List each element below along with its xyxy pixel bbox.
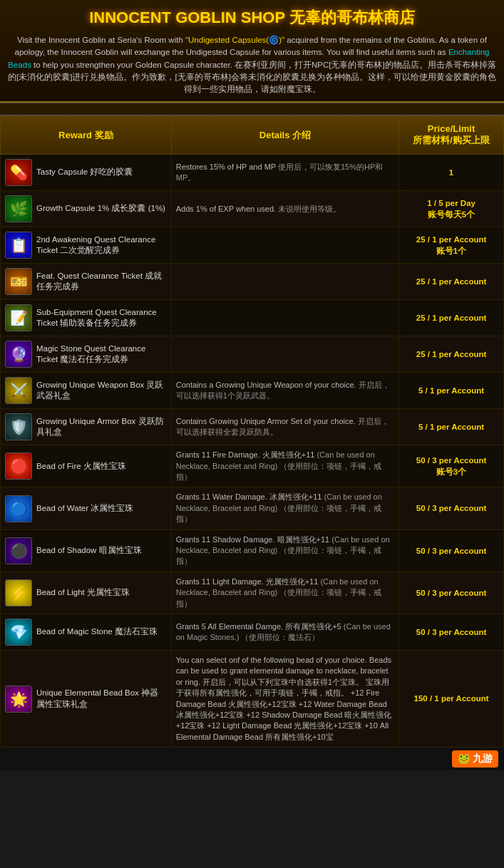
reward-item-5: 🔮Magic Stone Quest Clearance Ticket 魔法石任…	[5, 341, 167, 368]
col-reward: Reward 奖励	[1, 116, 172, 155]
reward-item-2: 📋2nd Awakening Quest Clearance Ticket 二次…	[5, 232, 167, 259]
details-cell-13: You can select onf of the following bead…	[171, 650, 398, 747]
reward-item-0: 💊Tasty Capsule 好吃的胶囊	[5, 159, 167, 186]
item-icon-magic-stone: 💎	[5, 619, 32, 646]
reward-cell-4: 📝Sub-Equipment Quest Clearance Ticket 辅助…	[1, 300, 172, 336]
reward-cell-3: 🎫Feat. Quest Clearance Ticket 成就任务完成券	[1, 264, 172, 300]
reward-cell-9: 🔵Bead of Water 冰属性宝珠	[1, 487, 172, 529]
item-icon-quest2: 📋	[5, 232, 32, 259]
price-cell-6: 5 / 1 per Account	[399, 373, 504, 409]
item-icon-water: 🔵	[5, 495, 32, 522]
details-cell-12: Grants 5 All Elemental Damge. 所有属性强化+5 (…	[171, 614, 398, 650]
details-cell-0: Restores 15% of HP and MP 使用后，可以恢复15%的HP…	[171, 155, 398, 191]
table-row: ⚫Bead of Shadow 暗属性宝珠Grants 11 Shadow Da…	[1, 529, 504, 572]
details-en-9: Grants 11 Water Damage. 冰属性强化+11	[176, 492, 324, 501]
price-cell-11: 50 / 3 per Account	[399, 572, 504, 614]
logo-badge: 🐸 九游	[452, 750, 498, 768]
bottom-logo: 🐸 九游	[0, 748, 504, 770]
capsule-highlight: "Undigested Capsules(🌀)"	[185, 36, 284, 44]
price-cell-5: 25 / 1 per Account	[399, 336, 504, 373]
table-row: 📋2nd Awakening Quest Clearance Ticket 二次…	[1, 227, 504, 264]
reward-cell-10: ⚫Bead of Shadow 暗属性宝珠	[1, 529, 172, 572]
details-cell-1: Adds 1% of EXP when used. 未说明使用等级。	[171, 191, 398, 227]
table-row: ⚡Bead of Light 光属性宝珠Grants 11 Light Dama…	[1, 572, 504, 614]
table-row: 🌟Unique Elemental Bead Box 神器属性宝珠礼盒You c…	[1, 650, 504, 747]
reward-item-1: 🌿Growth Capsule 1% 成长胶囊 (1%)	[5, 195, 167, 222]
item-name-13: Unique Elemental Bead Box 神器属性宝珠礼盒	[36, 688, 167, 710]
item-name-8: Bead of Fire 火属性宝珠	[36, 461, 126, 472]
item-icon-feat: 🎫	[5, 268, 32, 295]
details-cell-3	[171, 264, 398, 300]
table-row: 🔴Bead of Fire 火属性宝珠Grants 11 Fire Damage…	[1, 445, 504, 487]
item-icon-sub: 📝	[5, 304, 32, 331]
item-icon-unique: 🌟	[5, 686, 32, 713]
table-row: ⚔️Growing Unique Weapon Box 灵跃武器礼盒Contai…	[1, 373, 504, 409]
details-zh-1: 未说明使用等级。	[278, 205, 341, 213]
reward-item-9: 🔵Bead of Water 冰属性宝珠	[5, 495, 167, 522]
table-row: 🎫Feat. Quest Clearance Ticket 成就任务完成券25 …	[1, 264, 504, 300]
details-en-8: Grants 11 Fire Damage. 火属性强化+11	[176, 450, 317, 459]
header: INNOCENT GOBLIN SHOP 无辜的哥布林商店 Visit the …	[0, 0, 504, 103]
details-cell-5	[171, 336, 398, 373]
item-name-12: Bead of Magic Stone 魔法石宝珠	[36, 626, 158, 638]
table-row: 🌿Growth Capsule 1% 成长胶囊 (1%)Adds 1% of E…	[1, 191, 504, 227]
item-name-6: Growing Unique Weapon Box 灵跃武器礼盒	[36, 380, 167, 402]
reward-cell-8: 🔴Bead of Fire 火属性宝珠	[1, 445, 172, 487]
reward-cell-6: ⚔️Growing Unique Weapon Box 灵跃武器礼盒	[1, 373, 172, 409]
item-icon-light: ⚡	[5, 579, 32, 606]
reward-cell-1: 🌿Growth Capsule 1% 成长胶囊 (1%)	[1, 191, 172, 227]
details-cell-8: Grants 11 Fire Damage. 火属性强化+11 (Can be …	[171, 445, 398, 487]
page-wrapper: INNOCENT GOBLIN SHOP 无辜的哥布林商店 Visit the …	[0, 0, 504, 770]
item-name-7: Growing Unique Armor Box 灵跃防具礼盒	[36, 416, 167, 438]
col-price: Price/Limit所需材料/购买上限	[399, 116, 504, 155]
reward-cell-11: ⚡Bead of Light 光属性宝珠	[1, 572, 172, 614]
desc-text-3: to help you strengthen your Golden Capsu…	[8, 61, 496, 94]
item-name-5: Magic Stone Quest Clearance Ticket 魔法石任务…	[36, 343, 167, 366]
reward-item-13: 🌟Unique Elemental Bead Box 神器属性宝珠礼盒	[5, 686, 167, 713]
details-en-12: Grants 5 All Elemental Damge. 所有属性强化+5	[176, 622, 344, 631]
table-header-row: Reward 奖励 Details 介绍 Price/Limit所需材料/购买上…	[1, 116, 504, 155]
reward-cell-2: 📋2nd Awakening Quest Clearance Ticket 二次…	[1, 227, 172, 264]
price-cell-0: 1	[399, 155, 504, 191]
details-cell-10: Grants 11 Shadow Damage. 暗属性强化+11 (Can b…	[171, 529, 398, 572]
reward-cell-0: 💊Tasty Capsule 好吃的胶囊	[1, 155, 172, 191]
table-row: 📝Sub-Equipment Quest Clearance Ticket 辅助…	[1, 300, 504, 336]
item-name-9: Bead of Water 冰属性宝珠	[36, 503, 133, 515]
reward-item-3: 🎫Feat. Quest Clearance Ticket 成就任务完成券	[5, 268, 167, 295]
table-row: 🔵Bead of Water 冰属性宝珠Grants 11 Water Dama…	[1, 487, 504, 529]
item-name-11: Bead of Light 光属性宝珠	[36, 587, 130, 599]
table-row: 💎Bead of Magic Stone 魔法石宝珠Grants 5 All E…	[1, 614, 504, 650]
details-cell-7: Contains Growing Unique Armor Set of you…	[171, 409, 398, 445]
item-icon-magic: 🔮	[5, 341, 32, 368]
reward-item-7: 🛡️Growing Unique Armor Box 灵跃防具礼盒	[5, 413, 167, 440]
table-row: 🔮Magic Stone Quest Clearance Ticket 魔法石任…	[1, 336, 504, 373]
details-cell-6: Contains a Growing Unique Weapon of your…	[171, 373, 398, 409]
reward-item-12: 💎Bead of Magic Stone 魔法石宝珠	[5, 619, 167, 646]
details-cell-11: Grants 11 Light Damage. 光属性强化+11 (Can be…	[171, 572, 398, 614]
price-cell-1: 1 / 5 per Day 账号每天5个	[399, 191, 504, 227]
table-row: 💊Tasty Capsule 好吃的胶囊Restores 15% of HP a…	[1, 155, 504, 191]
price-cell-4: 25 / 1 per Account	[399, 300, 504, 336]
details-en-6: Contains a Growing Unique Weapon of your…	[176, 381, 359, 389]
reward-item-8: 🔴Bead of Fire 火属性宝珠	[5, 453, 167, 480]
shop-table: Reward 奖励 Details 介绍 Price/Limit所需材料/购买上…	[0, 115, 504, 748]
details-en-11: Grants 11 Light Damage. 光属性强化+11	[176, 577, 321, 586]
reward-cell-7: 🛡️Growing Unique Armor Box 灵跃防具礼盒	[1, 409, 172, 445]
item-icon-fire: 🔴	[5, 453, 32, 480]
reward-item-11: ⚡Bead of Light 光属性宝珠	[5, 579, 167, 606]
header-description: Visit the Innocent Goblin at Seria's Roo…	[7, 34, 497, 95]
details-en-10: Grants 11 Shadow Damage. 暗属性强化+11	[176, 535, 332, 544]
details-en-13: You can select onf of the following bead…	[176, 656, 392, 741]
item-icon-capsule: 💊	[5, 159, 32, 186]
item-icon-weapon: ⚔️	[5, 377, 32, 404]
item-name-2: 2nd Awakening Quest Clearance Ticket 二次觉…	[36, 234, 167, 257]
reward-cell-5: 🔮Magic Stone Quest Clearance Ticket 魔法石任…	[1, 336, 172, 373]
details-cell-4	[171, 300, 398, 336]
details-en-1: Adds 1% of EXP when used.	[176, 205, 279, 213]
col-details: Details 介绍	[171, 116, 398, 155]
price-cell-3: 25 / 1 per Account	[399, 264, 504, 300]
details-cell-2	[171, 227, 398, 264]
reward-item-6: ⚔️Growing Unique Weapon Box 灵跃武器礼盒	[5, 377, 167, 404]
reward-cell-12: 💎Bead of Magic Stone 魔法石宝珠	[1, 614, 172, 650]
reward-cell-13: 🌟Unique Elemental Bead Box 神器属性宝珠礼盒	[1, 650, 172, 747]
